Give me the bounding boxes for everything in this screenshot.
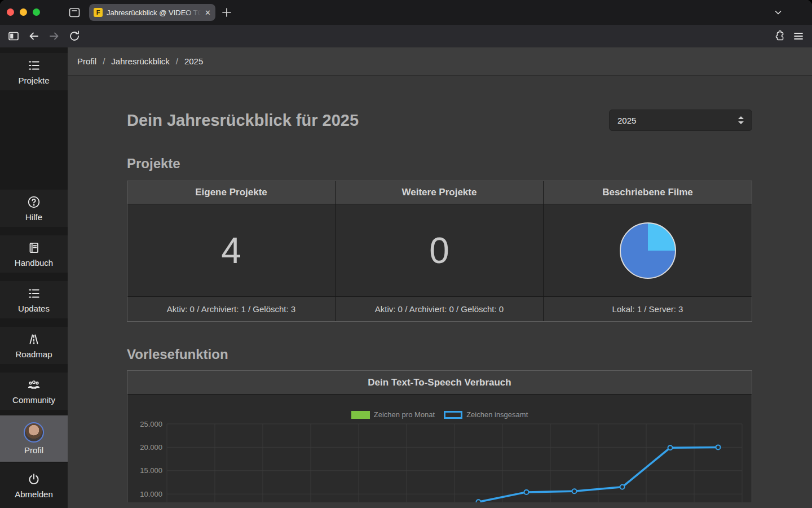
main-content: Profil / Jahresrückblick / 2025 Dein Jah…	[68, 47, 812, 508]
col-header-eigene-projekte: Eigene Projekte	[127, 181, 336, 204]
new-tab-button[interactable]	[220, 6, 233, 19]
profile-avatar	[24, 422, 44, 443]
sidebar-item-label: Projekte	[18, 76, 49, 85]
tts-chart-area: 25.00020.00015.00010.000 Zeichen pro Mon…	[127, 395, 752, 502]
page-title: Dein Jahresrückblick für 2025	[127, 111, 359, 130]
sidebar-item-label: Roadmap	[15, 349, 52, 359]
breadcrumb-separator: /	[176, 56, 178, 66]
menu-hamburger-icon[interactable]	[792, 29, 805, 43]
svg-text:25.000: 25.000	[140, 420, 162, 428]
sidebar-item-abmelden[interactable]: Abmelden	[0, 463, 68, 508]
sidebar-item-hilfe[interactable]: Hilfe	[0, 190, 68, 227]
book-icon	[27, 240, 41, 255]
legend-zeichen-insgesamt[interactable]: Zeichen insgesamt	[444, 410, 528, 419]
sidebar-item-profil[interactable]: Profil	[0, 415, 68, 462]
sidebar-item-label: Hilfe	[25, 212, 42, 222]
sidebar-item-community[interactable]: Community	[0, 373, 68, 410]
chart-legend: Zeichen pro Monat Zeichen insgesamt	[127, 410, 752, 419]
reload-icon[interactable]	[68, 29, 81, 43]
tts-chart-card: Dein Text-To-Speech Verbrauch 25.00020.0…	[127, 370, 752, 502]
tts-chart-title: Dein Text-To-Speech Verbrauch	[127, 371, 752, 395]
year-select[interactable]: 2025	[609, 110, 752, 131]
sidebar-toggle-icon[interactable]	[7, 29, 20, 43]
other-projects-count: 0	[336, 204, 544, 297]
sidebar-item-roadmap[interactable]: Roadmap	[0, 327, 68, 364]
legend-label: Zeichen insgesamt	[466, 410, 528, 419]
breadcrumb-2025[interactable]: 2025	[184, 56, 203, 66]
breadcrumb-separator: /	[103, 56, 105, 66]
col-header-beschriebene-filme: Beschriebene Filme	[544, 181, 752, 204]
select-updown-icon	[737, 116, 745, 125]
sidebar-item-handbuch[interactable]: Handbuch	[0, 235, 68, 273]
legend-label: Zeichen pro Monat	[374, 410, 435, 419]
sidebar-item-label: Abmelden	[15, 489, 53, 499]
forward-icon[interactable]	[47, 29, 61, 43]
year-select-value: 2025	[617, 116, 636, 125]
described-films-pie-chart	[620, 222, 676, 279]
tab-strip: F Jahresrückblick @ VIDEO TO VO ✕	[0, 0, 812, 25]
browser-window: F Jahresrückblick @ VIDEO TO VO ✕	[0, 0, 812, 508]
list-all-tabs-chevron-icon[interactable]	[771, 6, 785, 19]
people-icon	[27, 378, 41, 392]
app-sidebar: Projekte Hilfe Handbuch U	[0, 47, 68, 508]
sidebar-item-projekte[interactable]: Projekte	[0, 53, 68, 90]
updates-list-icon	[27, 286, 41, 301]
breadcrumb: Profil / Jahresrückblick / 2025	[68, 47, 812, 76]
svg-text:10.000: 10.000	[140, 490, 162, 498]
browser-toolbar: Anmelden	[0, 25, 812, 47]
breadcrumb-jahresrueckblick[interactable]: Jahresrückblick	[111, 56, 169, 66]
power-icon	[27, 472, 41, 487]
sidebar-item-updates[interactable]: Updates	[0, 281, 68, 318]
sidebar-item-label: Community	[12, 395, 55, 405]
sidebar-item-label: Profil	[24, 445, 43, 455]
extensions-puzzle-icon[interactable]	[773, 29, 786, 43]
browser-tab[interactable]: F Jahresrückblick @ VIDEO TO VO ✕	[89, 4, 215, 21]
road-icon	[27, 332, 41, 347]
tts-heading: Vorlesefunktion	[127, 347, 752, 362]
described-films-cell	[544, 204, 752, 297]
own-projects-count: 4	[127, 204, 336, 297]
back-icon[interactable]	[27, 29, 41, 43]
sidebar-item-label: Updates	[18, 304, 50, 313]
sidebar-item-label: Handbuch	[15, 258, 53, 268]
tab-title: Jahresrückblick @ VIDEO TO VO	[107, 8, 201, 17]
help-icon	[27, 195, 41, 209]
svg-text:15.000: 15.000	[140, 466, 162, 475]
svg-text:20.000: 20.000	[140, 443, 162, 452]
own-projects-footer: Aktiv: 0 / Archiviert: 1 / Gelöscht: 3	[127, 297, 336, 321]
projects-heading: Projekte	[127, 156, 752, 172]
other-projects-footer: Aktiv: 0 / Archiviert: 0 / Gelöscht: 0	[336, 297, 544, 321]
tab-close-icon[interactable]: ✕	[205, 8, 211, 17]
projects-list-icon	[27, 58, 41, 73]
col-header-weitere-projekte: Weitere Projekte	[336, 181, 544, 204]
breadcrumb-profil[interactable]: Profil	[77, 56, 96, 66]
legend-zeichen-pro-monat[interactable]: Zeichen pro Monat	[351, 410, 435, 419]
legend-swatch-blue	[444, 411, 462, 419]
tab-favicon: F	[94, 8, 103, 17]
legend-swatch-green	[351, 411, 370, 419]
close-window-button[interactable]	[7, 8, 14, 16]
projects-table: Eigene Projekte Weitere Projekte Beschri…	[127, 181, 752, 322]
described-films-footer: Lokal: 1 / Server: 3	[544, 297, 752, 321]
zoom-window-button[interactable]	[33, 8, 40, 16]
tab-overview-icon[interactable]	[68, 6, 81, 19]
minimize-window-button[interactable]	[20, 8, 27, 16]
